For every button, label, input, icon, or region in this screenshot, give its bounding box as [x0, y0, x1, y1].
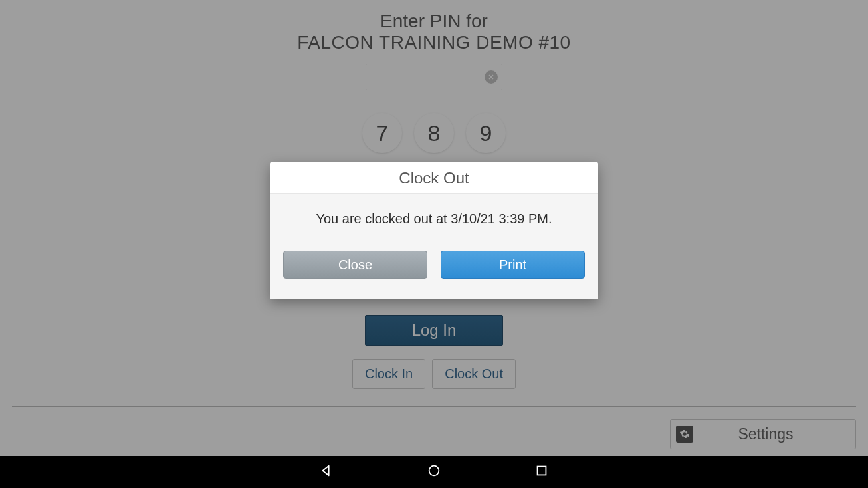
svg-rect-3: [538, 467, 546, 475]
modal-message: You are clocked out at 3/10/21 3:39 PM.: [316, 211, 552, 227]
modal-body: You are clocked out at 3/10/21 3:39 PM. …: [270, 194, 598, 299]
modal-button-row: Close Print: [283, 251, 585, 279]
android-nav-bar: [0, 456, 868, 488]
clock-out-modal: Clock Out You are clocked out at 3/10/21…: [270, 162, 598, 299]
modal-title: Clock Out: [270, 162, 598, 194]
back-icon[interactable]: [319, 463, 334, 481]
print-button[interactable]: Print: [441, 251, 585, 279]
close-button[interactable]: Close: [283, 251, 427, 279]
home-icon[interactable]: [427, 463, 441, 481]
svg-point-2: [429, 466, 439, 476]
recent-apps-icon[interactable]: [534, 463, 549, 481]
